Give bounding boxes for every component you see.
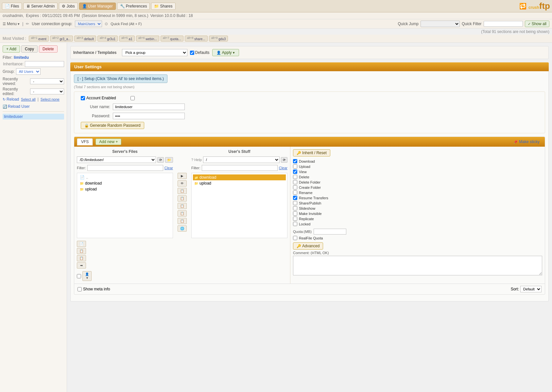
server-filter-input[interactable] bbox=[87, 165, 163, 171]
defaults-checkbox-row: Defaults bbox=[190, 50, 210, 55]
quick-jump-area: Quick Jump Quick Filter ✓ Show all bbox=[398, 21, 549, 27]
show-all-button[interactable]: ✓ Show all bbox=[525, 21, 549, 27]
perm-replicate-checkbox[interactable] bbox=[293, 217, 297, 221]
setup-box[interactable]: [ - ] Setup (Click 'Show All' to see inh… bbox=[74, 74, 167, 83]
server-file-upload[interactable]: 📁 upload bbox=[78, 186, 171, 192]
reload-button[interactable]: ↻ Reload bbox=[3, 97, 19, 102]
delete-user-button[interactable]: Delete bbox=[39, 45, 58, 53]
user-path-refresh-btn[interactable]: ⟳ bbox=[281, 157, 287, 163]
total-not-shown: (Total 91 sections are not being shown) bbox=[0, 29, 552, 35]
transfer-7-btn[interactable]: 📋 bbox=[178, 218, 187, 224]
quick-jump-select[interactable] bbox=[421, 21, 460, 27]
mv-item-gdu3[interactable]: alt+9 gdu3 bbox=[209, 36, 228, 41]
server-bottom-checkbox[interactable] bbox=[77, 274, 81, 278]
select-none-link[interactable]: Select none bbox=[41, 97, 60, 101]
apply-button[interactable]: 👤 Apply ▾ bbox=[212, 49, 239, 56]
tab-shares[interactable]: 📁 Shares bbox=[151, 3, 175, 10]
server-action-1[interactable]: 📄 bbox=[77, 241, 86, 247]
perm-delete-checkbox[interactable] bbox=[293, 175, 297, 179]
recently-edited-select[interactable]: - bbox=[30, 89, 64, 94]
transfer-4-btn[interactable]: 📋 bbox=[178, 195, 187, 202]
pick-group-select[interactable]: Pick a group bbox=[122, 49, 187, 56]
secondary-checkbox[interactable] bbox=[130, 96, 135, 100]
server-path-select[interactable]: /D:/limiteduser/ bbox=[77, 156, 156, 163]
connection-group-label: User connection group: bbox=[32, 22, 72, 26]
transfer-to-user-btn[interactable]: ▶ bbox=[178, 173, 187, 179]
add-user-button[interactable]: + Add bbox=[3, 45, 20, 53]
defaults-checkbox[interactable] bbox=[190, 51, 194, 55]
transfer-6-btn[interactable]: 📋 bbox=[178, 210, 187, 217]
server-action-4[interactable]: ➡ bbox=[77, 262, 86, 269]
advanced-button[interactable]: 🔑 Advanced bbox=[293, 242, 323, 250]
server-path-folder-btn[interactable]: 📁 bbox=[165, 157, 173, 163]
mv-item-a1[interactable]: alt+5 a1 bbox=[119, 36, 135, 41]
generate-password-button[interactable]: 🔒 Generate Random Password bbox=[81, 122, 144, 129]
server-file-download[interactable]: 📁 download bbox=[78, 180, 171, 186]
quick-filter-input[interactable] bbox=[484, 21, 523, 27]
server-filter-clear[interactable]: Clear bbox=[164, 166, 173, 170]
comment-textarea[interactable] bbox=[293, 256, 542, 275]
perm-delete-folder-checkbox[interactable] bbox=[293, 180, 297, 184]
select-all-link[interactable]: Select all bbox=[21, 97, 36, 101]
filter-value[interactable]: limitedu bbox=[14, 55, 29, 60]
add-new-button[interactable]: Add new + bbox=[95, 139, 121, 145]
perm-download-checkbox[interactable] bbox=[293, 159, 297, 163]
sort-select[interactable]: Default bbox=[520, 286, 542, 292]
mv-item-webin[interactable]: alt+6 webin... bbox=[136, 36, 159, 41]
inherit-reset-button[interactable]: 🔑 Inherit / Reset bbox=[293, 149, 330, 156]
perm-rename-checkbox[interactable] bbox=[293, 190, 297, 195]
group-select[interactable]: All Users bbox=[16, 68, 41, 75]
recently-viewed-select[interactable]: - bbox=[30, 78, 64, 84]
copy-user-button[interactable]: Copy bbox=[21, 45, 38, 53]
user-filter-input[interactable] bbox=[202, 165, 278, 171]
tab-files[interactable]: 📄 Files bbox=[2, 3, 22, 10]
mv-item-gr3a[interactable]: alt+2 gr3_a... bbox=[50, 36, 73, 41]
user-list-item-limiteduser[interactable]: limiteduser bbox=[3, 114, 64, 120]
tab-preferences[interactable]: 🔧 Preferences bbox=[117, 3, 150, 10]
make-sticky-button[interactable]: 📌 Make sticky bbox=[511, 138, 542, 145]
mv-item-event[interactable]: alt+1 event bbox=[29, 36, 49, 41]
user-filter-clear[interactable]: Clear bbox=[279, 166, 287, 170]
username-input[interactable] bbox=[113, 104, 185, 110]
view-btn[interactable]: 👁 bbox=[178, 180, 187, 187]
perm-resume-checkbox[interactable] bbox=[293, 196, 297, 200]
perm-invisible-checkbox[interactable] bbox=[293, 211, 297, 216]
perm-upload-checkbox[interactable] bbox=[293, 164, 297, 169]
menu-button[interactable]: ☰ Menu ▾ bbox=[3, 22, 20, 26]
perm-share-checkbox[interactable] bbox=[293, 201, 297, 205]
tab-user-manager[interactable]: 👤 User Manager bbox=[79, 3, 116, 10]
copy-path-btn[interactable]: 📋 bbox=[178, 188, 187, 194]
real-file-quota-checkbox[interactable] bbox=[293, 236, 297, 240]
perm-slideshow-checkbox[interactable] bbox=[293, 206, 297, 210]
inheritance-input[interactable] bbox=[25, 61, 64, 67]
connection-group-select[interactable]: MainUsers bbox=[75, 21, 102, 27]
reload-user-button[interactable]: 🔄 Reload User bbox=[3, 104, 30, 109]
server-action-2[interactable]: 📋 bbox=[77, 248, 86, 254]
server-file-parent[interactable]: 📄 .. bbox=[78, 174, 171, 180]
mv-item-gr3u1[interactable]: alt+4 gr3u1 bbox=[97, 36, 118, 41]
perm-create-folder-checkbox[interactable] bbox=[293, 185, 297, 189]
vfs-tab[interactable]: VFS bbox=[77, 138, 93, 145]
server-path-refresh-btn[interactable]: ⟳ bbox=[157, 157, 164, 163]
tab-jobs[interactable]: ⚙ Jobs bbox=[59, 3, 78, 10]
mv-item-quota[interactable]: alt+7 quota... bbox=[161, 36, 183, 41]
user-tree-upload[interactable]: 📁 upload bbox=[193, 180, 286, 186]
transfer-5-btn[interactable]: 📋 bbox=[178, 203, 187, 209]
perm-view-checkbox[interactable] bbox=[293, 170, 297, 174]
server-action-3[interactable]: 📋 bbox=[77, 255, 86, 261]
meta-info-checkbox[interactable] bbox=[78, 287, 82, 291]
perm-locked-checkbox[interactable] bbox=[293, 222, 297, 226]
globe-btn[interactable]: 🌐 bbox=[178, 225, 187, 232]
preferences-icon: 🔧 bbox=[120, 4, 125, 8]
server-user-btn[interactable]: 👤▾ bbox=[82, 271, 92, 281]
mv-item-default[interactable]: alt+3 default bbox=[74, 36, 96, 41]
user-tree-download[interactable]: 📁 download bbox=[193, 174, 286, 180]
user-path-select[interactable]: / bbox=[203, 156, 280, 163]
not-shown-label: (Total 7 sections are not being shown) bbox=[74, 85, 545, 89]
mv-item-share[interactable]: alt+8 share... bbox=[185, 36, 208, 41]
account-enabled-checkbox[interactable] bbox=[81, 96, 85, 100]
tab-server-admin[interactable]: 🖥 Server Admin bbox=[23, 3, 58, 10]
password-input[interactable] bbox=[113, 113, 185, 119]
recently-viewed-label: Recently viewed: bbox=[3, 77, 29, 86]
quota-input[interactable] bbox=[314, 229, 346, 235]
